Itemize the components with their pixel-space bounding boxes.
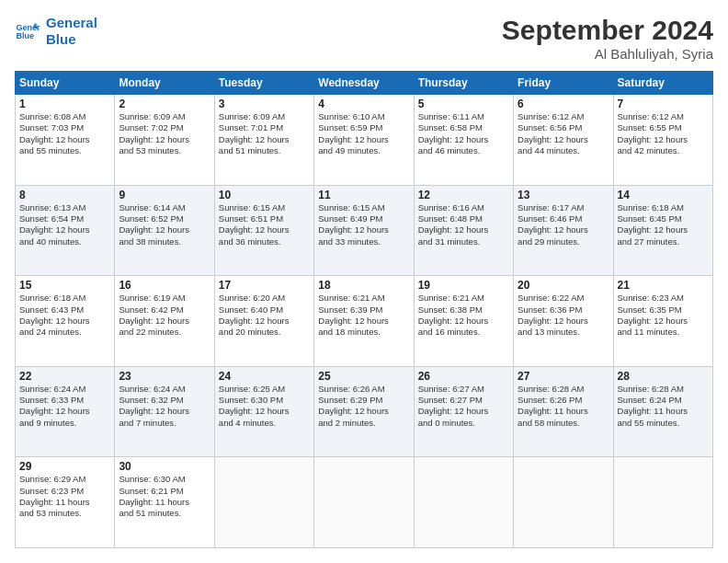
calendar-cell: 2Sunrise: 6:09 AMSunset: 7:02 PMDaylight… bbox=[115, 95, 214, 186]
day-info-line: Daylight: 12 hours bbox=[418, 406, 509, 417]
day-info-line: and 58 minutes. bbox=[518, 418, 609, 429]
day-number: 14 bbox=[618, 189, 709, 201]
calendar-cell: 3Sunrise: 6:09 AMSunset: 7:01 PMDaylight… bbox=[214, 95, 313, 186]
day-info-line: Sunrise: 6:11 AM bbox=[418, 111, 509, 122]
day-info-line: and 13 minutes. bbox=[518, 327, 609, 338]
day-info-line: Sunset: 6:49 PM bbox=[318, 213, 409, 224]
day-info-line: Daylight: 12 hours bbox=[318, 406, 409, 417]
calendar-cell bbox=[414, 457, 513, 548]
day-info-line: and 51 minutes. bbox=[219, 145, 310, 156]
day-info-line: Sunset: 6:21 PM bbox=[119, 486, 210, 497]
day-number: 19 bbox=[418, 279, 509, 292]
day-info-line: Sunrise: 6:12 AM bbox=[518, 111, 609, 122]
day-info-line: Sunrise: 6:24 AM bbox=[19, 384, 110, 395]
day-info-line: Sunset: 6:26 PM bbox=[518, 395, 609, 406]
day-info-line: Daylight: 12 hours bbox=[618, 134, 709, 145]
day-number: 2 bbox=[119, 98, 210, 110]
day-info-line: and 24 minutes. bbox=[19, 327, 110, 338]
header-wednesday: Wednesday bbox=[314, 72, 414, 95]
day-info-line: Sunrise: 6:13 AM bbox=[19, 202, 110, 213]
day-info-line: and 18 minutes. bbox=[318, 327, 409, 338]
day-number: 12 bbox=[418, 189, 509, 201]
day-info-line: and 55 minutes. bbox=[618, 418, 709, 429]
day-info-line: and 38 minutes. bbox=[119, 236, 210, 247]
logo: General Blue General Blue bbox=[15, 15, 97, 48]
calendar-cell: 8Sunrise: 6:13 AMSunset: 6:54 PMDaylight… bbox=[16, 185, 115, 276]
calendar-cell: 1Sunrise: 6:08 AMSunset: 7:03 PMDaylight… bbox=[16, 95, 115, 186]
day-info-line: Sunrise: 6:29 AM bbox=[19, 474, 110, 485]
day-number: 25 bbox=[318, 370, 409, 383]
day-info-line: and 31 minutes. bbox=[418, 236, 509, 247]
day-info-line: Sunrise: 6:08 AM bbox=[19, 111, 110, 122]
day-info-line: and 2 minutes. bbox=[318, 418, 409, 429]
day-info-line: Sunset: 6:56 PM bbox=[518, 122, 609, 133]
calendar-cell: 23Sunrise: 6:24 AMSunset: 6:32 PMDayligh… bbox=[115, 366, 214, 457]
day-info-line: Sunset: 6:51 PM bbox=[219, 213, 310, 224]
calendar-cell: 12Sunrise: 6:16 AMSunset: 6:48 PMDayligh… bbox=[414, 185, 513, 276]
day-number: 6 bbox=[518, 98, 609, 110]
day-info-line: Sunrise: 6:16 AM bbox=[418, 202, 509, 213]
day-number: 7 bbox=[618, 98, 709, 110]
day-info-line: Sunset: 7:01 PM bbox=[219, 122, 310, 133]
day-number: 27 bbox=[518, 370, 609, 383]
day-info-line: Sunset: 6:36 PM bbox=[518, 304, 609, 316]
header: General Blue General Blue September 2024… bbox=[15, 15, 713, 62]
day-info-line: Daylight: 12 hours bbox=[418, 224, 509, 236]
day-info-line: and 44 minutes. bbox=[518, 145, 609, 156]
day-number: 29 bbox=[19, 460, 110, 473]
svg-text:Blue: Blue bbox=[16, 31, 34, 40]
day-info-line: Sunset: 6:55 PM bbox=[618, 122, 709, 133]
calendar: Sunday Monday Tuesday Wednesday Thursday… bbox=[15, 71, 713, 548]
day-number: 1 bbox=[19, 98, 110, 110]
calendar-row: 15Sunrise: 6:18 AMSunset: 6:43 PMDayligh… bbox=[16, 276, 713, 367]
day-number: 9 bbox=[119, 189, 210, 201]
day-info-line: Sunrise: 6:28 AM bbox=[518, 384, 609, 395]
day-number: 26 bbox=[418, 370, 509, 383]
day-info-line: Sunset: 6:33 PM bbox=[19, 395, 110, 406]
day-number: 8 bbox=[19, 189, 110, 201]
day-info-line: Sunrise: 6:25 AM bbox=[219, 384, 310, 395]
calendar-cell: 7Sunrise: 6:12 AMSunset: 6:55 PMDaylight… bbox=[613, 95, 712, 186]
day-info-line: Sunset: 6:45 PM bbox=[618, 213, 709, 224]
day-info-line: and 53 minutes. bbox=[19, 508, 110, 519]
calendar-cell: 19Sunrise: 6:21 AMSunset: 6:38 PMDayligh… bbox=[414, 276, 513, 367]
day-info-line: and 4 minutes. bbox=[219, 418, 310, 429]
calendar-cell: 14Sunrise: 6:18 AMSunset: 6:45 PMDayligh… bbox=[613, 185, 712, 276]
day-info-line: Sunset: 6:52 PM bbox=[119, 213, 210, 224]
calendar-cell: 28Sunrise: 6:28 AMSunset: 6:24 PMDayligh… bbox=[613, 366, 712, 457]
day-info-line: Daylight: 11 hours bbox=[119, 497, 210, 508]
logo-blue: Blue bbox=[46, 31, 97, 48]
calendar-cell: 30Sunrise: 6:30 AMSunset: 6:21 PMDayligh… bbox=[115, 457, 214, 548]
day-info-line: Sunset: 6:30 PM bbox=[219, 395, 310, 406]
day-info-line: Sunrise: 6:14 AM bbox=[119, 202, 210, 213]
day-number: 11 bbox=[318, 189, 409, 201]
day-info-line: Sunset: 6:38 PM bbox=[418, 304, 509, 316]
day-info-line: and 20 minutes. bbox=[219, 327, 310, 338]
day-info-line: Sunrise: 6:24 AM bbox=[119, 384, 210, 395]
day-number: 4 bbox=[318, 98, 409, 110]
title-block: September 2024 Al Bahluliyah, Syria bbox=[502, 15, 713, 62]
day-number: 30 bbox=[119, 460, 210, 473]
calendar-cell: 27Sunrise: 6:28 AMSunset: 6:26 PMDayligh… bbox=[514, 366, 613, 457]
calendar-cell: 15Sunrise: 6:18 AMSunset: 6:43 PMDayligh… bbox=[16, 276, 115, 367]
day-info-line: Sunset: 6:58 PM bbox=[418, 122, 509, 133]
header-tuesday: Tuesday bbox=[214, 72, 313, 95]
day-info-line: Sunrise: 6:21 AM bbox=[318, 293, 409, 304]
day-info-line: and 11 minutes. bbox=[618, 327, 709, 338]
day-info-line: Daylight: 12 hours bbox=[618, 316, 709, 327]
calendar-cell: 13Sunrise: 6:17 AMSunset: 6:46 PMDayligh… bbox=[514, 185, 613, 276]
day-info-line: Daylight: 12 hours bbox=[418, 316, 509, 327]
logo-icon: General Blue bbox=[15, 18, 40, 44]
day-number: 24 bbox=[219, 370, 310, 383]
day-info-line: Daylight: 12 hours bbox=[119, 316, 210, 327]
day-info-line: Sunrise: 6:27 AM bbox=[418, 384, 509, 395]
day-info-line: Daylight: 12 hours bbox=[219, 406, 310, 417]
day-info-line: Sunset: 7:03 PM bbox=[19, 122, 110, 133]
day-info-line: Sunset: 6:48 PM bbox=[418, 213, 509, 224]
day-info-line: and 16 minutes. bbox=[418, 327, 509, 338]
calendar-cell: 6Sunrise: 6:12 AMSunset: 6:56 PMDaylight… bbox=[514, 95, 613, 186]
day-info-line: Daylight: 12 hours bbox=[19, 224, 110, 236]
day-info-line: Sunset: 7:02 PM bbox=[119, 122, 210, 133]
day-info-line: Daylight: 12 hours bbox=[518, 316, 609, 327]
month-title: September 2024 bbox=[502, 15, 713, 46]
